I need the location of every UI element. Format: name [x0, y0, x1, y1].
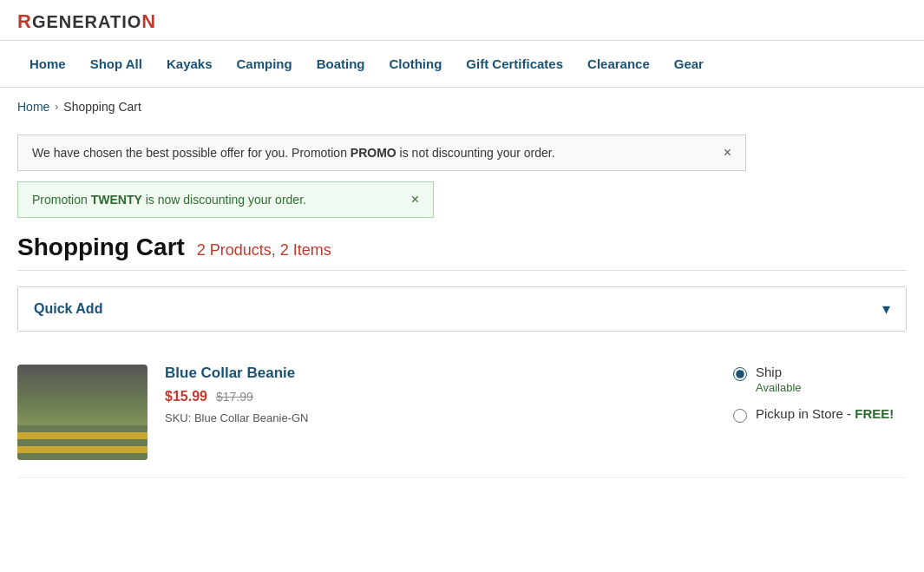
header: RGENERATION: [0, 0, 924, 40]
pickup-option: Pickup in Store - FREE!: [733, 406, 907, 423]
nav-kayaks[interactable]: Kayaks: [154, 41, 225, 87]
promo-alert-close-button[interactable]: ×: [724, 146, 731, 160]
twenty-alert-close-button[interactable]: ×: [411, 193, 419, 207]
breadcrumb: Home › Shopping Cart: [0, 88, 924, 126]
page-title: Shopping Cart: [17, 233, 185, 260]
quick-add-header[interactable]: Quick Add ▾: [18, 287, 906, 331]
ship-option-label: Ship Available: [756, 365, 802, 394]
stripe-4: [17, 446, 147, 453]
promo-alert-code: PROMO: [351, 146, 396, 160]
pickup-radio[interactable]: [733, 409, 747, 423]
nav-shop-all[interactable]: Shop All: [78, 41, 154, 87]
page-title-section: Shopping Cart 2 Products, 2 Items: [17, 233, 907, 271]
promo-alert-gray: We have chosen the best possible offer f…: [17, 135, 746, 171]
product-count: 2 Products, 2 Items: [197, 241, 331, 259]
pickup-label-text: Pickup in Store -: [756, 406, 855, 421]
beanie-stripes: [17, 425, 147, 460]
promo-alert-prefix: We have chosen the best possible offer f…: [32, 146, 351, 160]
breadcrumb-current: Shopping Cart: [63, 100, 141, 114]
nav-gear[interactable]: Gear: [662, 41, 716, 87]
logo-text: RGENERATION: [17, 10, 156, 33]
logo: RGENERATION: [17, 10, 907, 33]
logo-r: R: [17, 10, 32, 32]
quick-add-label: Quick Add: [34, 301, 102, 317]
logo-middle: GENERATIO: [32, 12, 141, 31]
item-price-original: $17.99: [216, 390, 253, 404]
pickup-free-label: FREE!: [855, 406, 894, 421]
item-price-row: $15.99 $17.99: [165, 389, 716, 404]
product-image: [17, 365, 147, 460]
breadcrumb-home-link[interactable]: Home: [17, 100, 49, 114]
ship-availability: Available: [756, 381, 802, 394]
nav-gift-certificates[interactable]: Gift Certificates: [454, 41, 575, 87]
nav-clothing[interactable]: Clothing: [377, 41, 455, 87]
main-content: We have chosen the best possible offer f…: [0, 126, 924, 496]
chevron-down-icon: ▾: [882, 299, 890, 319]
ship-radio[interactable]: [733, 367, 747, 381]
pickup-option-label: Pickup in Store - FREE!: [756, 406, 894, 421]
ship-option: Ship Available: [733, 365, 907, 394]
twenty-alert-code: TWENTY: [91, 193, 142, 207]
twenty-alert-text: Promotion TWENTY is now discounting your…: [32, 193, 306, 207]
promo-alert-text: We have chosen the best possible offer f…: [32, 146, 555, 160]
twenty-alert-green: Promotion TWENTY is now discounting your…: [17, 181, 434, 218]
logo-n: N: [141, 10, 156, 32]
twenty-alert-prefix: Promotion: [32, 193, 91, 207]
item-price-sale: $15.99: [165, 389, 207, 404]
stripe-3: [17, 439, 147, 446]
ship-label: Ship: [756, 365, 802, 379]
item-sku: SKU: Blue Collar Beanie-GN: [165, 411, 716, 424]
item-details: Blue Collar Beanie $15.99 $17.99 SKU: Bl…: [165, 365, 716, 424]
pickup-label: Pickup in Store - FREE!: [756, 406, 894, 421]
stripe-1: [17, 425, 147, 432]
shipping-options: Ship Available Pickup in Store - FREE!: [733, 365, 907, 435]
nav-camping[interactable]: Camping: [225, 41, 305, 87]
nav-clearance[interactable]: Clearance: [575, 41, 662, 87]
stripe-2: [17, 432, 147, 439]
main-nav: Home Shop All Kayaks Camping Boating Clo…: [0, 40, 924, 88]
breadcrumb-separator: ›: [55, 101, 58, 113]
cart-item: Blue Collar Beanie $15.99 $17.99 SKU: Bl…: [17, 347, 907, 478]
promo-alert-suffix: is not discounting your order.: [396, 146, 555, 160]
item-name[interactable]: Blue Collar Beanie: [165, 365, 716, 382]
nav-boating[interactable]: Boating: [305, 41, 377, 87]
twenty-alert-suffix: is now discounting your order.: [142, 193, 306, 207]
quick-add-section: Quick Add ▾: [17, 286, 907, 332]
stripe-5: [17, 453, 147, 460]
nav-home[interactable]: Home: [17, 41, 78, 87]
